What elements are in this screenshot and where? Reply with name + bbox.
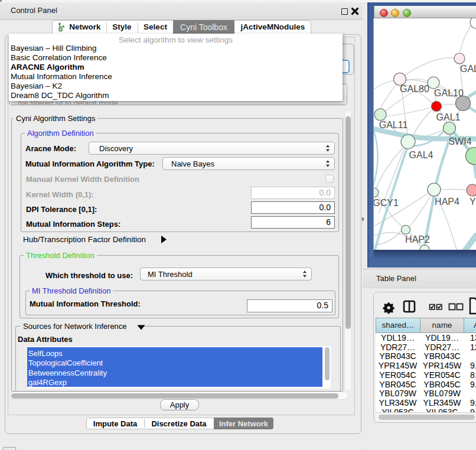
svg-text:GAL11: GAL11	[379, 120, 408, 130]
svg-text:GAL10: GAL10	[434, 88, 464, 98]
svg-text:HAP2: HAP2	[405, 234, 430, 244]
svg-text:SWI4: SWI4	[448, 136, 471, 146]
svg-text:GAL1: GAL1	[436, 112, 461, 122]
svg-text:HAP4: HAP4	[435, 197, 459, 207]
svg-text:GAL7: GAL7	[460, 64, 476, 74]
svg-text:GAL4: GAL4	[409, 150, 433, 160]
svg-text:YB: YB	[470, 197, 476, 207]
svg-text:GAL80: GAL80	[400, 84, 429, 94]
svg-text:GCY1: GCY1	[374, 198, 399, 208]
